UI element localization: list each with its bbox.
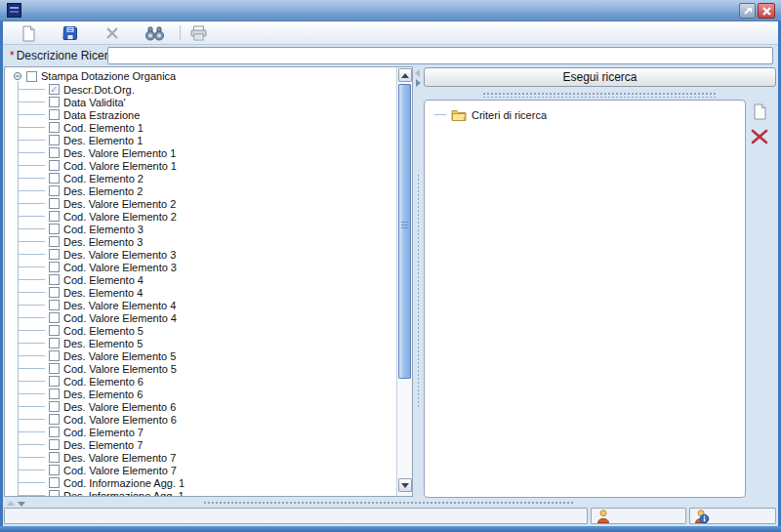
criteria-root-row[interactable]: Criteri di ricerca xyxy=(434,108,547,121)
collapse-down-icon[interactable] xyxy=(18,502,25,507)
tree-row[interactable]: Cod. Valore Elemento 1 xyxy=(5,159,395,172)
field-checkbox[interactable] xyxy=(49,224,60,234)
tree-row[interactable]: Des. Elemento 4 xyxy=(5,286,395,299)
field-checkbox[interactable] xyxy=(49,287,60,298)
field-label: Cod. Valore Elemento 6 xyxy=(63,414,177,426)
close-button[interactable] xyxy=(758,3,775,19)
tree-row[interactable]: Cod. Valore Elemento 5 xyxy=(5,362,395,375)
field-checkbox[interactable] xyxy=(49,414,60,425)
tree-row[interactable]: Cod. Elemento 2 xyxy=(5,172,395,184)
field-checkbox[interactable] xyxy=(49,312,60,323)
field-checkbox[interactable] xyxy=(49,135,60,145)
field-checkbox[interactable] xyxy=(49,477,60,488)
field-checkbox[interactable] xyxy=(49,147,60,158)
field-checkbox[interactable] xyxy=(49,350,60,361)
tree-row[interactable]: Des. Valore Elemento 2 xyxy=(5,197,395,210)
field-checkbox[interactable] xyxy=(49,109,60,120)
tree-row[interactable]: Des. Valore Elemento 1 xyxy=(5,146,395,159)
title-bar[interactable] xyxy=(0,0,781,21)
tree-row[interactable]: Des. Valore Elemento 4 xyxy=(5,299,395,311)
field-checkbox[interactable] xyxy=(49,249,60,260)
tree-row[interactable]: Des. Elemento 5 xyxy=(5,337,395,349)
tree-row[interactable]: Des. Elemento 7 xyxy=(5,438,395,451)
tree-row[interactable]: Cod. Elemento 7 xyxy=(5,426,395,438)
scrollbar-thumb[interactable] xyxy=(398,84,411,379)
collapse-right-icon[interactable] xyxy=(416,79,421,87)
scroll-down-button[interactable] xyxy=(398,478,412,492)
tree-row[interactable]: Cod. Elemento 4 xyxy=(5,273,395,286)
bottom-split-divider[interactable] xyxy=(3,498,778,508)
restore-button[interactable] xyxy=(739,3,756,19)
field-checkbox[interactable] xyxy=(49,185,60,196)
field-checkbox[interactable] xyxy=(49,160,60,171)
field-label: Cod. Valore Elemento 1 xyxy=(63,160,177,172)
save-button[interactable] xyxy=(61,24,80,42)
tree-row[interactable]: Des. Valore Elemento 6 xyxy=(5,400,395,413)
field-checkbox[interactable] xyxy=(49,274,60,285)
vertical-scrollbar[interactable] xyxy=(396,67,412,496)
field-checkbox[interactable] xyxy=(49,376,60,387)
field-checkbox[interactable] xyxy=(49,300,60,310)
tree-row[interactable]: Des. Informazione Agg. 1 xyxy=(5,489,395,496)
field-checkbox[interactable] xyxy=(49,338,60,348)
tree-row[interactable]: Des. Valore Elemento 5 xyxy=(5,349,395,362)
field-checkbox[interactable] xyxy=(49,439,60,450)
tree-row[interactable]: Cod. Elemento 5 xyxy=(5,324,395,337)
tree-row[interactable]: Data Estrazione xyxy=(5,108,395,121)
new-document-button[interactable] xyxy=(19,24,38,42)
tree-row[interactable]: Cod. Elemento 6 xyxy=(5,375,395,388)
collapse-left-icon[interactable] xyxy=(415,69,420,77)
field-checkbox[interactable] xyxy=(49,173,60,184)
execute-search-button[interactable]: Esegui ricerca xyxy=(424,67,776,87)
tree-row[interactable]: Cod. Valore Elemento 7 xyxy=(5,464,395,476)
tree-row[interactable]: Descr.Dot.Org. xyxy=(5,83,395,96)
field-checkbox[interactable] xyxy=(49,452,60,463)
field-checkbox[interactable] xyxy=(49,122,60,133)
print-button[interactable] xyxy=(188,24,208,42)
field-checkbox[interactable] xyxy=(49,363,60,374)
new-criteria-button[interactable] xyxy=(753,103,767,124)
search-button[interactable] xyxy=(143,24,166,42)
tree-root-row[interactable]: Stampa Dotazione Organica xyxy=(5,69,395,83)
delete-criteria-button[interactable] xyxy=(750,128,769,149)
right-split-divider[interactable] xyxy=(424,89,776,100)
tree-row[interactable]: Cod. Valore Elemento 4 xyxy=(5,311,395,324)
tree-row[interactable]: Des. Valore Elemento 7 xyxy=(5,451,395,464)
field-checkbox[interactable] xyxy=(49,427,60,437)
field-checkbox[interactable] xyxy=(49,236,60,247)
tree-row[interactable]: Cod. Elemento 1 xyxy=(5,121,395,134)
field-checkbox[interactable] xyxy=(49,389,60,399)
tree-row[interactable]: Des. Elemento 6 xyxy=(5,388,395,400)
field-checkbox[interactable] xyxy=(49,262,60,272)
field-checkbox[interactable] xyxy=(49,198,60,209)
scroll-up-button[interactable] xyxy=(398,68,412,82)
tree-row[interactable]: Cod. Valore Elemento 2 xyxy=(5,210,395,223)
tree-branch-line xyxy=(19,381,45,382)
collapse-handle-icon[interactable] xyxy=(13,71,22,81)
field-checkbox[interactable] xyxy=(49,465,60,475)
field-checkbox[interactable] xyxy=(49,490,60,496)
field-tree-panel: Stampa Dotazione Organica Descr.Dot.Org. xyxy=(4,66,413,497)
field-checkbox[interactable] xyxy=(49,401,60,412)
field-checkbox[interactable] xyxy=(49,211,60,222)
tree-row[interactable]: Cod. Valore Elemento 6 xyxy=(5,413,395,426)
tree-row[interactable]: Data Validita' xyxy=(5,96,395,108)
tree-branch-line xyxy=(19,127,45,128)
tree-row[interactable]: Cod. Informazione Agg. 1 xyxy=(5,476,395,489)
field-checkbox[interactable] xyxy=(49,84,60,95)
root-checkbox[interactable] xyxy=(26,71,37,82)
tree-row[interactable]: Cod. Elemento 3 xyxy=(5,223,395,235)
collapse-up-icon[interactable] xyxy=(7,501,15,506)
vertical-split-divider[interactable] xyxy=(413,66,424,497)
tree-row[interactable]: Des. Valore Elemento 3 xyxy=(5,248,395,261)
tree-row[interactable]: Des. Elemento 1 xyxy=(5,134,395,146)
description-input[interactable] xyxy=(107,47,773,64)
search-criteria-panel: Criteri di ricerca xyxy=(424,100,746,498)
field-label: Des. Elemento 6 xyxy=(63,389,143,400)
delete-button[interactable] xyxy=(103,24,122,42)
tree-row[interactable]: Des. Elemento 2 xyxy=(5,184,395,197)
tree-row[interactable]: Des. Elemento 3 xyxy=(5,235,395,248)
field-checkbox[interactable] xyxy=(49,97,60,107)
tree-row[interactable]: Cod. Valore Elemento 3 xyxy=(5,261,395,273)
field-checkbox[interactable] xyxy=(49,325,60,336)
